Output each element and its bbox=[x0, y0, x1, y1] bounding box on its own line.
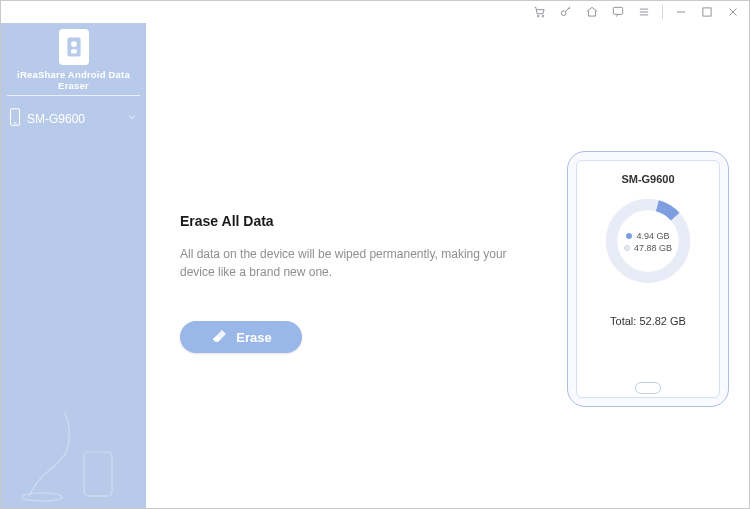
app-window: iReaShare Android Data Eraser SM-G9600 bbox=[0, 0, 750, 509]
legend-free: 47.88 GB bbox=[624, 243, 672, 253]
sidebar-illustration bbox=[1, 392, 146, 502]
phone-home-button bbox=[635, 382, 661, 394]
device-card: SM-G9600 4.94 GB bbox=[567, 151, 729, 407]
dot-free-icon bbox=[624, 245, 630, 251]
logo-area: iReaShare Android Data Eraser bbox=[1, 23, 146, 100]
device-card-label: SM-G9600 bbox=[621, 173, 674, 185]
sidebar: iReaShare Android Data Eraser SM-G9600 bbox=[1, 23, 146, 508]
erase-button[interactable]: Erase bbox=[180, 321, 302, 353]
storage-donut: 4.94 GB 47.88 GB bbox=[600, 193, 696, 289]
maximize-icon[interactable] bbox=[699, 4, 715, 20]
menu-icon[interactable] bbox=[636, 4, 652, 20]
svg-point-6 bbox=[71, 41, 77, 47]
key-icon[interactable] bbox=[558, 4, 574, 20]
separator bbox=[662, 5, 663, 19]
feedback-icon[interactable] bbox=[610, 4, 626, 20]
svg-rect-3 bbox=[613, 7, 622, 14]
svg-point-1 bbox=[542, 15, 544, 17]
minimize-icon[interactable] bbox=[673, 4, 689, 20]
main-panel: Erase All Data All data on the device wi… bbox=[146, 23, 749, 508]
titlebar bbox=[1, 1, 749, 23]
divider bbox=[7, 95, 140, 96]
svg-point-2 bbox=[561, 11, 566, 16]
logo-icon bbox=[59, 29, 89, 65]
storage-legend: 4.94 GB 47.88 GB bbox=[600, 231, 696, 253]
product-name: iReaShare Android Data Eraser bbox=[1, 69, 146, 91]
sidebar-device-label: SM-G9600 bbox=[27, 112, 85, 126]
legend-used-label: 4.94 GB bbox=[636, 231, 669, 241]
svg-rect-7 bbox=[71, 49, 77, 53]
page-title: Erase All Data bbox=[180, 213, 274, 229]
page-description: All data on the device will be wiped per… bbox=[180, 245, 510, 281]
svg-point-0 bbox=[537, 15, 539, 17]
phone-icon bbox=[9, 108, 21, 129]
eraser-icon bbox=[210, 328, 226, 347]
svg-point-9 bbox=[22, 493, 62, 501]
dot-used-icon bbox=[626, 233, 632, 239]
svg-rect-10 bbox=[84, 452, 112, 496]
legend-free-label: 47.88 GB bbox=[634, 243, 672, 253]
svg-rect-4 bbox=[703, 8, 711, 16]
storage-total: Total: 52.82 GB bbox=[610, 315, 686, 327]
legend-used: 4.94 GB bbox=[626, 231, 669, 241]
home-icon[interactable] bbox=[584, 4, 600, 20]
chevron-down-icon bbox=[126, 111, 138, 126]
device-screen: SM-G9600 4.94 GB bbox=[576, 160, 720, 398]
close-icon[interactable] bbox=[725, 4, 741, 20]
cart-icon[interactable] bbox=[532, 4, 548, 20]
body: iReaShare Android Data Eraser SM-G9600 bbox=[1, 23, 749, 508]
erase-button-label: Erase bbox=[236, 330, 271, 345]
sidebar-device-row[interactable]: SM-G9600 bbox=[1, 100, 146, 137]
